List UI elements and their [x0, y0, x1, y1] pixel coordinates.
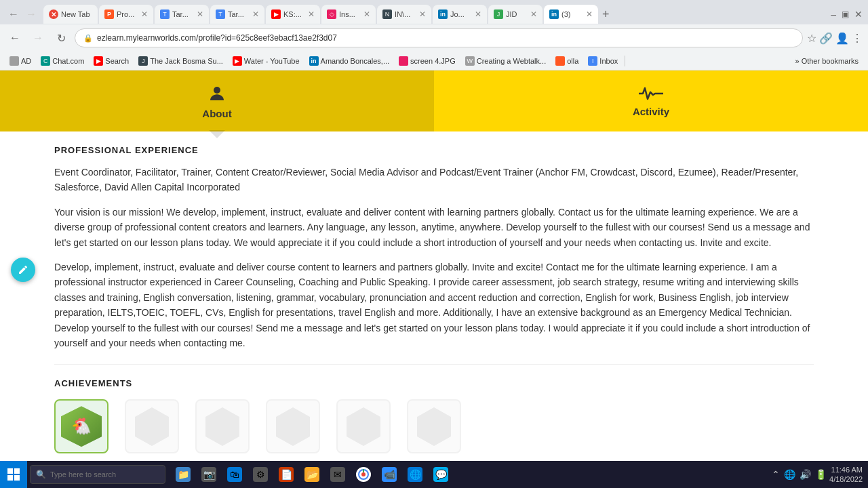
tab-10-close[interactable]: ✕: [586, 9, 593, 19]
professional-experience-p2: Your vision is our mission! We develop, …: [54, 205, 814, 250]
tab-6-close[interactable]: ✕: [363, 9, 370, 19]
svg-rect-9: [14, 475, 20, 481]
bookmark-chatcom[interactable]: C Chat.com: [37, 55, 88, 67]
achievements-title: ACHIEVEMENTS: [54, 378, 814, 388]
back-icon[interactable]: ←: [5, 6, 22, 22]
tab-5-close[interactable]: ✕: [308, 9, 315, 19]
taskbar-app-edge[interactable]: 🌐: [403, 462, 427, 487]
tab-5[interactable]: ▶ KS:... ✕: [266, 5, 320, 24]
tab-2[interactable]: P Pro... ✕: [99, 5, 153, 24]
edit-fab[interactable]: [11, 258, 35, 282]
start-button[interactable]: [0, 461, 27, 488]
svg-marker-2: [205, 407, 239, 446]
taskbar-app-camera[interactable]: 📷: [197, 462, 221, 487]
bookmark-ad[interactable]: AD: [5, 55, 35, 67]
badge-5-icon: [347, 407, 380, 446]
taskbar-app-office[interactable]: 📄: [274, 462, 298, 487]
svg-marker-5: [417, 407, 451, 446]
person-icon: [207, 83, 227, 104]
tab-about-label: About: [202, 108, 231, 119]
taskbar-app-store[interactable]: 🛍: [222, 462, 247, 487]
reload-button[interactable]: ↻: [52, 28, 71, 47]
tab-9[interactable]: J JID ✕: [488, 5, 542, 24]
systray-network[interactable]: 🌐: [784, 469, 795, 480]
bookmark-amando[interactable]: in Amando Boncales,...: [305, 55, 394, 67]
store-icon: 🛍: [227, 467, 242, 482]
clock[interactable]: 11:46 AM 4/18/2022: [829, 465, 863, 485]
taskbar-search[interactable]: 🔍: [30, 465, 165, 484]
badge-1[interactable]: 🐔: [54, 399, 108, 453]
badge-6-icon: [417, 407, 451, 446]
tab-6[interactable]: ◇ Ins... ✕: [321, 5, 376, 24]
close-icon[interactable]: ✕: [854, 9, 863, 20]
professional-experience-p3: Develop, implement, instruct, evaluate a…: [54, 260, 814, 350]
minimize-icon[interactable]: –: [831, 9, 836, 20]
forward-button[interactable]: →: [28, 28, 47, 47]
address-bar[interactable]: 🔒 ezlearn.mylearnworlds.com/profile?id=6…: [75, 28, 803, 47]
bookmark-youtube[interactable]: ▶ Water - YouTube: [229, 55, 304, 67]
more-icon[interactable]: ⋮: [852, 32, 863, 45]
restore-icon[interactable]: ▣: [842, 9, 849, 19]
tab-10[interactable]: in (3) ✕: [544, 5, 598, 24]
forward-icon[interactable]: →: [23, 6, 39, 22]
more-bookmarks[interactable]: » Other bookmarks: [791, 56, 863, 66]
taskbar-app-chrome[interactable]: [351, 462, 376, 487]
taskbar-app-skype[interactable]: 💬: [429, 462, 453, 487]
back-button[interactable]: ←: [5, 28, 24, 47]
lock-icon: 🔒: [83, 34, 93, 43]
taskbar-app-files[interactable]: 📁: [171, 462, 195, 487]
svg-rect-7: [14, 468, 20, 474]
badge-3-icon: [205, 407, 239, 446]
svg-marker-1: [135, 407, 169, 446]
tab-7-close[interactable]: ✕: [419, 9, 426, 19]
bookmark-search[interactable]: ▶ Search: [90, 55, 133, 67]
files-icon: 📁: [176, 467, 191, 482]
bookmark-icon[interactable]: ☆: [807, 32, 816, 45]
camera-icon: 📷: [201, 467, 216, 482]
tab-activity[interactable]: Activity: [434, 70, 868, 131]
bookmark-inbox[interactable]: I Inbox: [584, 55, 622, 67]
extension-icon[interactable]: 🔗: [819, 32, 833, 45]
tab-3[interactable]: T Tar... ✕: [155, 5, 209, 24]
taskbar-app-email[interactable]: ✉: [326, 462, 350, 487]
profile-icon[interactable]: 👤: [835, 32, 849, 45]
tab-1[interactable]: ✕ New Tab: [43, 5, 98, 24]
tab-8-close[interactable]: ✕: [475, 9, 481, 19]
settings-icon: ⚙: [253, 467, 268, 482]
taskbar-app-zoom[interactable]: 📹: [377, 462, 401, 487]
taskbar-app-folder[interactable]: 📂: [300, 462, 324, 487]
address-bar-row: ← → ↻ 🔒 ezlearn.mylearnworlds.com/profil…: [0, 24, 868, 52]
office-icon: 📄: [279, 467, 294, 482]
tab-2-close[interactable]: ✕: [141, 9, 148, 19]
taskbar-app-settings[interactable]: ⚙: [248, 462, 273, 487]
tab-4-close[interactable]: ✕: [252, 9, 259, 19]
bookmarks-bar: AD C Chat.com ▶ Search J The Jack Bosma …: [0, 52, 868, 70]
systray-volume[interactable]: 🔊: [800, 469, 811, 480]
badge-3: [195, 399, 250, 453]
achievements-grid: 🐔: [54, 399, 814, 453]
tab-about[interactable]: About: [0, 70, 434, 131]
bookmark-olla[interactable]: olla: [551, 55, 583, 67]
taskbar-search-icon: 🔍: [36, 470, 46, 479]
tab-7[interactable]: N IN\... ✕: [377, 5, 431, 24]
tab-4[interactable]: T Tar... ✕: [210, 5, 264, 24]
systray-expand[interactable]: ⌃: [772, 469, 780, 480]
badge-6: [407, 399, 461, 453]
badge-2-icon: [135, 407, 169, 446]
badge-5: [336, 399, 391, 453]
email-icon: ✉: [330, 467, 345, 482]
systray-battery[interactable]: 🔋: [815, 469, 827, 480]
bookmark-jackbosma[interactable]: J The Jack Bosma Su...: [134, 55, 227, 67]
tab-8[interactable]: in Jo... ✕: [433, 5, 487, 24]
taskbar-systray: ⌃ 🌐 🔊 🔋 11:46 AM 4/18/2022: [766, 465, 868, 485]
bookmark-screen[interactable]: screen 4.JPG: [395, 55, 460, 67]
tab-3-close[interactable]: ✕: [197, 9, 203, 19]
tab-9-close[interactable]: ✕: [530, 9, 537, 19]
bookmark-webtalk[interactable]: W Creating a Webtalk...: [461, 55, 551, 67]
taskbar-search-input[interactable]: [50, 470, 159, 479]
page-content: About Activity PROFESSIONAL EXPERIENCE E…: [0, 70, 868, 488]
skype-icon: 💬: [433, 467, 448, 482]
badge-4-icon: [276, 407, 310, 446]
professional-experience-section: PROFESSIONAL EXPERIENCE Event Coordinato…: [54, 145, 814, 350]
new-tab-button[interactable]: +: [599, 7, 612, 22]
